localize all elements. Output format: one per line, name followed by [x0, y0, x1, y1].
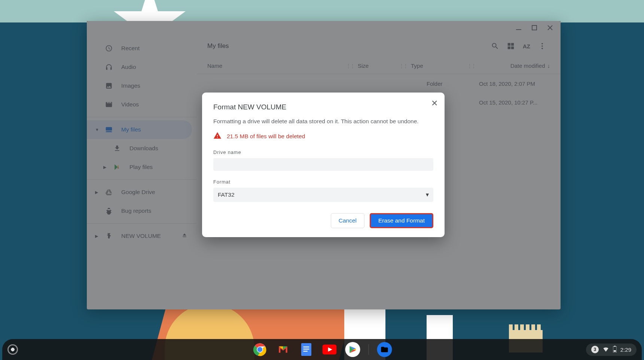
dialog-warning: 21.5 MB of files will be deleted	[213, 131, 433, 141]
drive-name-input[interactable]	[213, 158, 433, 171]
docs-icon[interactable]	[299, 342, 314, 357]
youtube-icon[interactable]	[322, 342, 337, 357]
files-app-icon[interactable]	[377, 342, 392, 357]
dialog-description: Formatting a drive will delete all data …	[213, 118, 433, 125]
shelf-separator	[368, 344, 369, 355]
cancel-button[interactable]: Cancel	[331, 213, 364, 228]
wifi-icon	[602, 346, 609, 354]
battery-icon	[613, 346, 617, 354]
chrome-icon[interactable]	[252, 342, 267, 357]
play-store-icon[interactable]	[345, 342, 360, 357]
svg-rect-14	[614, 350, 616, 352]
erase-and-format-button[interactable]: Erase and Format	[370, 213, 433, 228]
svg-rect-9	[303, 349, 309, 350]
launcher-button[interactable]	[7, 344, 18, 355]
chevron-down-icon: ▾	[426, 191, 429, 198]
svg-rect-8	[303, 347, 309, 347]
shelf: 3 2:29	[2, 339, 642, 360]
drive-name-label: Drive name	[213, 149, 433, 155]
format-dialog: ✕ Format NEW VOLUME Formatting a drive w…	[202, 93, 445, 237]
warning-text: 21.5 MB of files will be deleted	[227, 133, 305, 140]
gmail-icon[interactable]	[275, 342, 290, 357]
notification-badge: 3	[591, 346, 599, 353]
svg-point-6	[257, 347, 262, 352]
dialog-title: Format NEW VOLUME	[213, 103, 433, 111]
status-tray[interactable]: 3 2:29	[586, 344, 637, 356]
format-label: Format	[213, 179, 433, 185]
format-value: FAT32	[218, 191, 235, 198]
wallpaper-segment	[0, 0, 644, 22]
dialog-close-button[interactable]: ✕	[431, 99, 438, 108]
clock: 2:29	[620, 347, 631, 353]
format-select[interactable]: FAT32 ▾	[213, 188, 433, 202]
svg-rect-10	[303, 351, 307, 351]
warning-icon	[213, 131, 222, 141]
